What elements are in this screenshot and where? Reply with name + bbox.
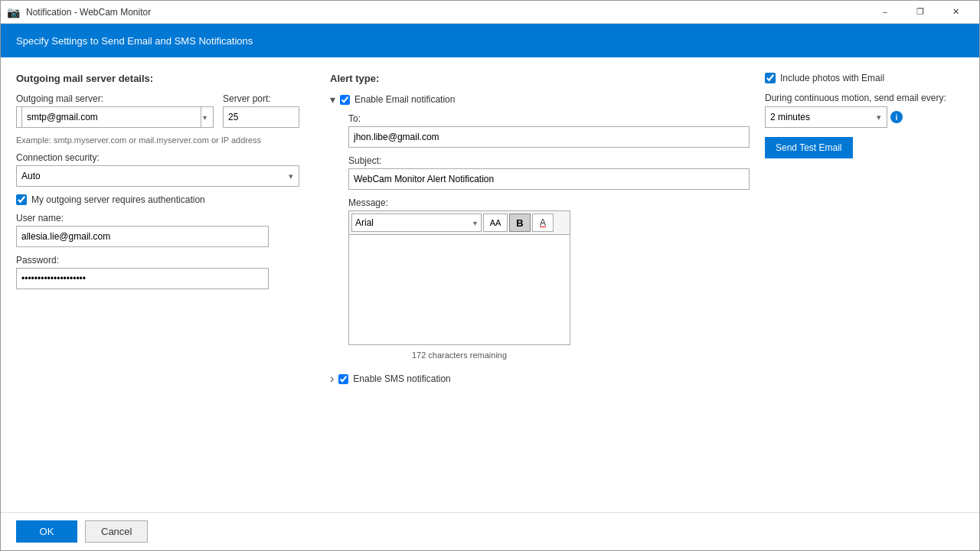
bold-button[interactable]: B (509, 214, 531, 232)
sms-expand-row: › Enable SMS notification (330, 372, 750, 386)
sms-expand-button[interactable]: › (330, 372, 334, 386)
message-toolbar: Arial Times New Roman Courier New Verdan… (348, 210, 570, 234)
chars-remaining: 172 characters remaining (348, 350, 570, 360)
alert-section: Alert type: ▾ Enable Email notification … (330, 73, 750, 504)
server-field: Outgoing mail server: ▾ (16, 93, 214, 128)
email-enable-label[interactable]: Enable Email notification (354, 94, 455, 105)
main-area: Outgoing mail server details: Outgoing m… (16, 73, 964, 504)
username-row: User name: (16, 213, 299, 247)
sms-enable-checkbox[interactable] (338, 374, 348, 384)
footer: OK Cancel (1, 512, 979, 550)
font-select[interactable]: Arial Times New Roman Courier New Verdan… (351, 214, 482, 232)
duration-select[interactable]: 1 minute 2 minutes 5 minutes 10 minutes … (765, 106, 887, 128)
port-input[interactable] (223, 106, 299, 128)
port-label: Server port: (223, 93, 299, 104)
to-input[interactable] (348, 126, 750, 148)
alert-type-label: Alert type: (330, 73, 750, 84)
username-label: User name: (16, 213, 299, 223)
connection-label: Connection security: (16, 152, 299, 163)
restore-button[interactable]: ❐ (903, 1, 938, 24)
connection-select-wrapper: Auto SSL/TLS STARTTLS None (16, 165, 299, 187)
main-window: 📷 Notification - WebCam Monitor − ❐ ✕ Sp… (0, 0, 980, 551)
server-combo-arrow[interactable]: ▾ (201, 113, 208, 122)
dialog-header: Specify Settings to Send Email and SMS N… (1, 24, 979, 57)
continuous-motion-label: During continuous motion, send email eve… (765, 93, 964, 103)
port-field: Server port: (223, 93, 299, 128)
duration-select-wrapper: 1 minute 2 minutes 5 minutes 10 minutes … (765, 106, 887, 128)
close-button[interactable]: ✕ (938, 1, 973, 24)
password-row: Password: (16, 255, 299, 289)
auth-checkbox-row: My outgoing server requires authenticati… (16, 194, 299, 205)
message-textarea[interactable] (348, 234, 570, 345)
email-expand-row: ▾ Enable Email notification (330, 93, 750, 106)
left-panel: Outgoing mail server details: Outgoing m… (16, 73, 299, 504)
password-input[interactable] (16, 268, 269, 289)
to-row: To: (348, 113, 750, 148)
minimize-button[interactable]: − (867, 1, 903, 24)
include-photos-label[interactable]: Include photos with Email (780, 73, 884, 83)
titlebar-icon: 📷 (7, 6, 20, 18)
continuous-motion-row: During continuous motion, send email eve… (765, 93, 964, 128)
right-panel: Alert type: ▾ Enable Email notification … (330, 73, 964, 504)
auth-checkbox[interactable] (16, 194, 27, 205)
auth-checkbox-label[interactable]: My outgoing server requires authenticati… (31, 194, 205, 205)
username-input[interactable] (16, 226, 269, 247)
send-test-row: Send Test Email (765, 137, 964, 158)
to-label: To: (348, 113, 750, 124)
subject-label: Subject: (348, 155, 750, 166)
font-select-wrapper: Arial Times New Roman Courier New Verdan… (351, 214, 482, 232)
cancel-button[interactable]: Cancel (85, 520, 148, 543)
dialog-title: Specify Settings to Send Email and SMS N… (16, 35, 253, 47)
connection-select[interactable]: Auto SSL/TLS STARTTLS None (16, 165, 299, 187)
titlebar-controls: − ❐ ✕ (867, 1, 973, 24)
ok-button[interactable]: OK (16, 520, 77, 543)
outgoing-server-section-title: Outgoing mail server details: (16, 73, 299, 84)
content-area: Outgoing mail server details: Outgoing m… (1, 57, 979, 512)
titlebar-left: 📷 Notification - WebCam Monitor (7, 6, 151, 18)
font-size-button[interactable]: AA (483, 214, 508, 232)
info-icon: i (890, 111, 903, 123)
titlebar-title: Notification - WebCam Monitor (26, 7, 151, 18)
include-photos-row: Include photos with Email (765, 73, 964, 83)
server-row: Outgoing mail server: ▾ Server port: (16, 93, 299, 128)
password-label: Password: (16, 255, 299, 266)
email-options-section: Include photos with Email During continu… (765, 73, 964, 504)
server-input[interactable] (21, 106, 201, 128)
message-label: Message: (348, 197, 750, 208)
titlebar: 📷 Notification - WebCam Monitor − ❐ ✕ (1, 1, 979, 24)
email-collapse-button[interactable]: ▾ (330, 93, 335, 106)
server-combo[interactable]: ▾ (16, 106, 214, 128)
sms-enable-label[interactable]: Enable SMS notification (353, 373, 450, 384)
server-hint: Example: smtp.myserver.com or mail.myser… (16, 135, 299, 145)
include-photos-checkbox[interactable] (765, 73, 776, 83)
duration-row: 1 minute 2 minutes 5 minutes 10 minutes … (765, 106, 964, 128)
server-label: Outgoing mail server: (16, 93, 214, 104)
email-enable-checkbox[interactable] (340, 95, 350, 105)
subject-input[interactable] (348, 168, 750, 190)
subject-row: Subject: (348, 155, 750, 190)
connection-row: Connection security: Auto SSL/TLS STARTT… (16, 152, 299, 187)
send-test-button[interactable]: Send Test Email (765, 137, 853, 158)
message-row: Message: Arial Times New Roman Courier N… (348, 197, 750, 360)
font-color-button[interactable]: A (532, 214, 554, 232)
